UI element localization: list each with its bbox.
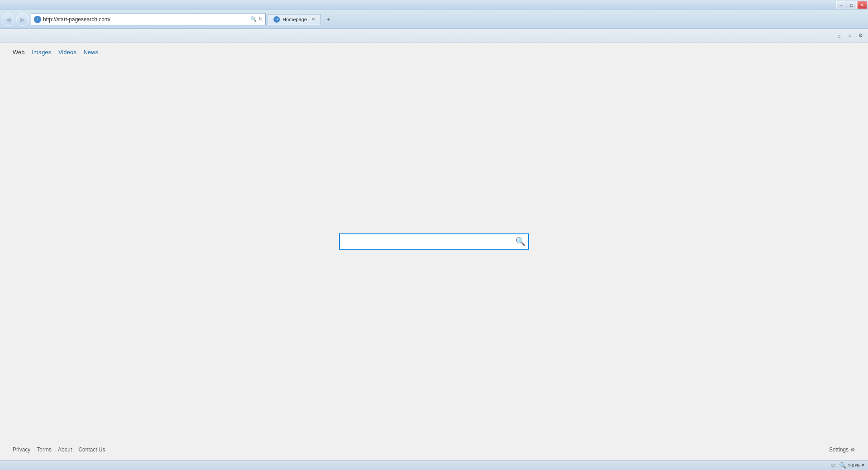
forward-icon: ▶ bbox=[20, 16, 25, 23]
search-icon: 🔍 bbox=[515, 237, 525, 247]
page-footer: Privacy Terms About Contact Us Settings … bbox=[0, 439, 868, 460]
page-favicon: i bbox=[34, 16, 41, 23]
address-refresh-icon[interactable]: ↻ bbox=[259, 16, 263, 22]
back-icon: ◀ bbox=[6, 16, 11, 23]
address-search-icon[interactable]: 🔍 bbox=[250, 16, 257, 22]
zoom-icon: 🔍 bbox=[839, 462, 846, 469]
home-button[interactable]: ⌂ bbox=[835, 31, 844, 40]
home-icon: ⌂ bbox=[838, 33, 841, 38]
ie-toolbar: ⌂ ☆ ⚙ bbox=[0, 29, 868, 43]
settings-icon: ⚙ bbox=[850, 446, 855, 453]
footer-contact-link[interactable]: Contact Us bbox=[78, 446, 105, 453]
address-input[interactable] bbox=[43, 16, 249, 23]
star-icon: ☆ bbox=[848, 33, 852, 38]
main-search-area: 🔍 bbox=[0, 44, 868, 439]
status-bar: 🛡 🔍 100% ▾ bbox=[0, 460, 868, 470]
title-bar: ─ □ ✕ bbox=[0, 0, 868, 10]
zoom-level: 100% bbox=[848, 463, 860, 468]
favorites-button[interactable]: ☆ bbox=[845, 31, 854, 40]
settings-gear-button[interactable]: ⚙ bbox=[856, 31, 865, 40]
new-tab-button[interactable]: + bbox=[324, 14, 334, 24]
footer-about-link[interactable]: About bbox=[58, 446, 72, 453]
forward-button[interactable]: ▶ bbox=[16, 13, 29, 26]
search-input[interactable] bbox=[339, 233, 529, 250]
browser-content: Web Images Videos News 🔍 Privacy Terms A… bbox=[0, 43, 868, 460]
navigation-bar: ◀ ▶ i 🔍 ↻ H Homepage ✕ + bbox=[0, 10, 868, 29]
tab-close-button[interactable]: ✕ bbox=[311, 17, 315, 22]
settings-label: Settings bbox=[829, 446, 849, 453]
tab-favicon: H bbox=[274, 16, 280, 23]
footer-links: Privacy Terms About Contact Us bbox=[13, 446, 105, 453]
security-icon: 🛡 bbox=[830, 463, 835, 468]
gear-icon: ⚙ bbox=[859, 33, 863, 38]
security-status: 🛡 bbox=[830, 463, 835, 468]
tab-label: Homepage bbox=[283, 17, 307, 22]
search-container: 🔍 bbox=[339, 233, 529, 250]
tab-homepage[interactable]: H Homepage ✕ bbox=[268, 14, 321, 25]
close-button[interactable]: ✕ bbox=[857, 1, 867, 9]
footer-settings[interactable]: Settings ⚙ bbox=[829, 446, 855, 453]
title-bar-buttons: ─ □ ✕ bbox=[836, 1, 867, 9]
window-chrome: ─ □ ✕ ◀ ▶ i 🔍 ↻ H Homepage ✕ + bbox=[0, 0, 868, 43]
page-content: Web Images Videos News 🔍 Privacy Terms A… bbox=[0, 43, 868, 460]
back-button[interactable]: ◀ bbox=[2, 13, 14, 26]
footer-privacy-link[interactable]: Privacy bbox=[13, 446, 30, 453]
footer-terms-link[interactable]: Terms bbox=[37, 446, 52, 453]
address-bar[interactable]: i 🔍 ↻ bbox=[31, 14, 266, 25]
maximize-button[interactable]: □ bbox=[847, 1, 857, 9]
minimize-button[interactable]: ─ bbox=[836, 1, 846, 9]
search-button[interactable]: 🔍 bbox=[515, 237, 525, 247]
zoom-control[interactable]: 🔍 100% ▾ bbox=[839, 462, 864, 469]
zoom-dropdown-icon: ▾ bbox=[862, 462, 864, 468]
